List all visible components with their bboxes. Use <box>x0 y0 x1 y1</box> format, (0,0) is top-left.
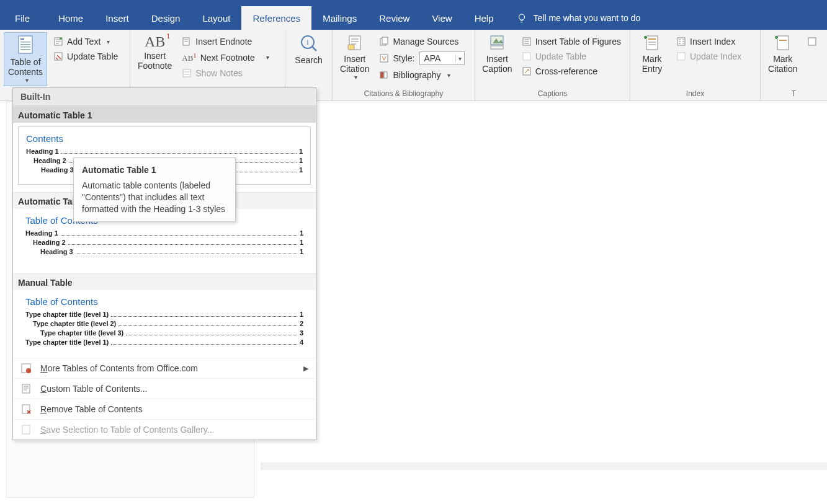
svg-rect-15 <box>348 45 354 50</box>
update-table2-icon <box>522 51 532 61</box>
style-icon <box>379 53 389 63</box>
insert-index-button[interactable]: Insert Index <box>673 35 745 48</box>
toc-icon <box>15 34 36 55</box>
footnote-ab-icon: AB1 <box>145 33 165 51</box>
table-of-contents-button[interactable]: Table of Contents ▾ <box>4 32 47 86</box>
insert-table-of-figures-button[interactable]: Insert Table of Figures <box>518 35 625 48</box>
svg-rect-30 <box>677 53 685 60</box>
insert-caption-button[interactable]: Insert Caption <box>479 32 516 75</box>
mark-citation-icon <box>774 33 792 52</box>
manual-preview: Table of Contents Type chapter title (le… <box>18 290 311 350</box>
update-table-button[interactable]: Update Table <box>50 50 122 63</box>
cross-ref-icon <box>522 66 532 76</box>
remove-toc-icon <box>20 404 32 415</box>
update-table-figures-button[interactable]: Update Table <box>518 50 625 63</box>
tab-home[interactable]: Home <box>47 6 94 30</box>
more-toc-office[interactable]: More Tables of Contents from Office.com … <box>13 358 316 378</box>
cross-reference-button[interactable]: Cross-reference <box>518 64 625 78</box>
tab-view[interactable]: View <box>421 6 463 30</box>
office-icon <box>20 363 32 374</box>
svg-rect-6 <box>20 49 30 50</box>
svg-point-0 <box>519 14 524 20</box>
tooltip-auto1: Automatic Table 1 Automatic table conten… <box>73 157 236 222</box>
bibliography-icon <box>379 70 389 80</box>
custom-toc-icon <box>20 383 32 394</box>
svg-rect-17 <box>382 37 388 44</box>
citation-style-select[interactable]: Style: APA▾ <box>375 50 468 67</box>
svg-rect-32 <box>779 40 787 41</box>
svg-rect-20 <box>384 72 387 78</box>
caption-icon <box>488 33 506 52</box>
manage-sources-button[interactable]: Manage Sources <box>375 35 468 48</box>
remove-toc[interactable]: Remove Table of Contents <box>13 399 316 419</box>
svg-rect-28 <box>648 38 656 40</box>
insert-footnote-button[interactable]: AB1 Insert Footnote <box>134 32 176 72</box>
insert-toa-button[interactable] <box>803 35 821 48</box>
bibliography-button[interactable]: Bibliography▾ <box>375 68 468 82</box>
tab-references[interactable]: References <box>241 6 311 30</box>
show-notes-button[interactable]: Show Notes <box>178 66 272 80</box>
update-index-icon <box>676 51 686 61</box>
add-text-icon <box>53 37 63 46</box>
svg-rect-31 <box>777 36 789 50</box>
tab-layout[interactable]: Layout <box>191 6 241 30</box>
insert-index-icon <box>676 37 686 46</box>
lightbulb-icon <box>516 12 527 24</box>
toa-icon <box>807 37 817 46</box>
update-index-button[interactable]: Update Index <box>673 50 745 63</box>
mark-citation-button[interactable]: Mark Citation <box>764 32 801 75</box>
tab-help[interactable]: Help <box>463 6 505 30</box>
svg-rect-3 <box>20 42 30 43</box>
endnote-icon <box>182 37 192 46</box>
svg-rect-23 <box>491 46 503 49</box>
save-selection-toc[interactable]: Save Selection to Table of Contents Gall… <box>13 419 316 440</box>
svg-rect-5 <box>20 46 30 48</box>
insert-citation-button[interactable]: Insert Citation▾ <box>336 32 373 82</box>
svg-point-35 <box>26 368 31 373</box>
save-gallery-icon <box>20 424 32 435</box>
tab-mailings[interactable]: Mailings <box>311 6 368 30</box>
svg-rect-19 <box>380 72 383 78</box>
group-label-captions: Captions <box>479 89 626 99</box>
dropdown-builtin-header: Built-In <box>13 88 316 106</box>
add-text-button[interactable]: Add Text▾ <box>50 35 122 48</box>
next-footnote-button[interactable]: AB1 Next Footnote ▾ <box>178 50 272 65</box>
show-notes-icon <box>182 68 192 78</box>
citation-icon <box>346 33 364 52</box>
tooltip-body: Automatic table contents (labeled "Conte… <box>82 180 227 215</box>
tof-icon <box>522 37 532 46</box>
svg-rect-38 <box>22 425 30 434</box>
svg-rect-10 <box>183 69 190 77</box>
svg-line-12 <box>312 46 316 51</box>
next-footnote-icon: AB1 <box>182 51 196 63</box>
search-button[interactable]: i Search <box>291 32 327 66</box>
tell-me[interactable]: Tell me what you want to do <box>505 6 641 30</box>
svg-rect-25 <box>523 53 530 60</box>
mark-entry-icon <box>643 33 661 52</box>
insert-endnote-button[interactable]: Insert Endnote <box>178 35 272 48</box>
manage-sources-icon <box>379 37 389 46</box>
svg-rect-27 <box>646 36 658 50</box>
group-label-toa: T <box>764 89 823 99</box>
search-icon: i <box>299 33 319 53</box>
gallery-option-manual[interactable]: Manual Table Table of Contents Type chap… <box>13 273 316 350</box>
tab-insert[interactable]: Insert <box>94 6 140 30</box>
tooltip-title: Automatic Table 1 <box>82 164 227 176</box>
group-label-citations: Citations & Bibliography <box>336 89 471 99</box>
tell-me-text: Tell me what you want to do <box>534 13 641 23</box>
mark-entry-button[interactable]: Mark Entry <box>634 32 670 75</box>
svg-rect-18 <box>380 55 388 62</box>
svg-text:i: i <box>306 38 309 46</box>
toc-dropdown: Built-In Automatic Table 1 Contents Head… <box>12 87 316 440</box>
page-edge <box>261 462 827 470</box>
custom-toc[interactable]: Custom Table of Contents... <box>13 378 316 399</box>
update-table-icon <box>53 51 63 61</box>
tab-file[interactable]: File <box>6 6 38 30</box>
svg-rect-36 <box>22 384 30 393</box>
tab-review[interactable]: Review <box>368 6 421 30</box>
submenu-arrow-icon: ▶ <box>303 365 308 373</box>
svg-rect-2 <box>20 38 24 40</box>
svg-rect-33 <box>808 38 816 45</box>
svg-rect-4 <box>20 44 30 45</box>
tab-design[interactable]: Design <box>140 6 192 30</box>
